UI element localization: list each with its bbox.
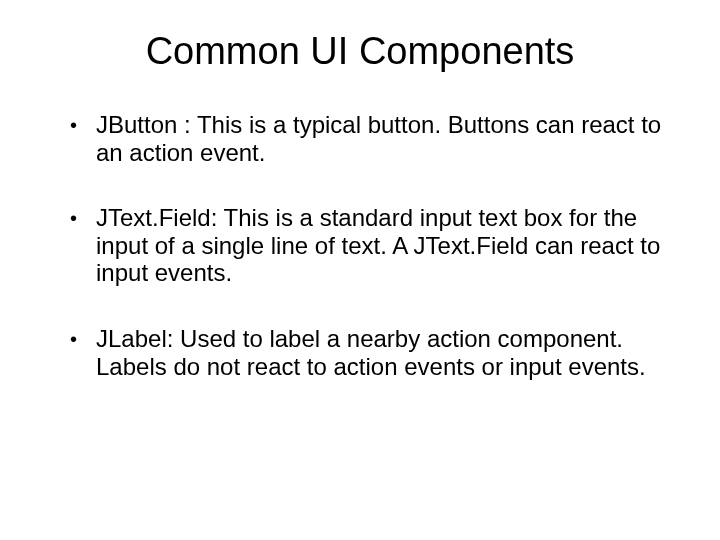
slide-title: Common UI Components: [50, 30, 670, 73]
bullet-text: JButton : This is a typical button. Butt…: [96, 111, 670, 166]
bullet-icon: •: [70, 325, 96, 353]
bullet-icon: •: [70, 204, 96, 232]
bullet-text: JLabel: Used to label a nearby action co…: [96, 325, 670, 380]
bullet-text: JText.Field: This is a standard input te…: [96, 204, 670, 287]
list-item: • JButton : This is a typical button. Bu…: [70, 111, 670, 166]
slide-content: • JButton : This is a typical button. Bu…: [50, 111, 670, 380]
list-item: • JLabel: Used to label a nearby action …: [70, 325, 670, 380]
bullet-icon: •: [70, 111, 96, 139]
list-item: • JText.Field: This is a standard input …: [70, 204, 670, 287]
